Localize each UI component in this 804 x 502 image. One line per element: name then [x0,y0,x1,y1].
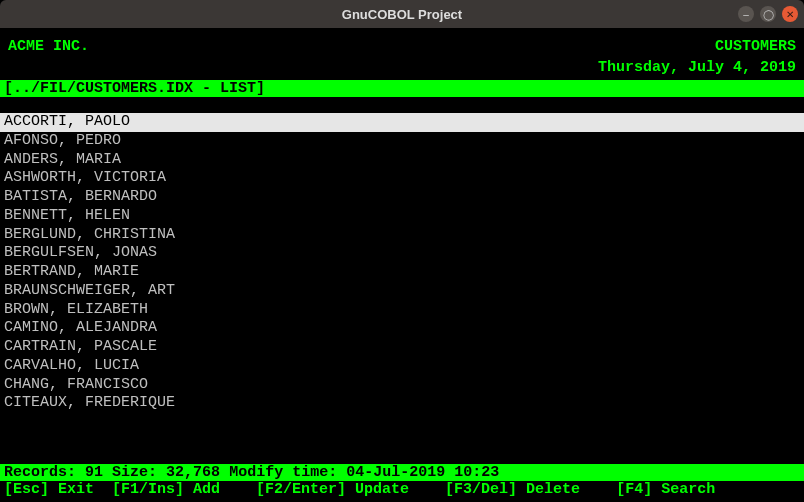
list-item[interactable]: CHANG, FRANCISCO [0,376,804,395]
fkey-delete[interactable]: [F3/Del] Delete [445,481,616,498]
minimize-button[interactable]: – [738,6,754,22]
fkey-search[interactable]: [F4] Search [616,481,724,498]
fkey-update[interactable]: [F2/Enter] Update [256,481,445,498]
maximize-button[interactable]: ◯ [760,6,776,22]
current-date: Thursday, July 4, 2019 [598,59,796,76]
screen-name: CUSTOMERS [715,38,796,55]
close-button[interactable]: ✕ [782,6,798,22]
list-item[interactable]: ASHWORTH, VICTORIA [0,169,804,188]
header-row: ACME INC. CUSTOMERS [0,28,804,59]
company-name: ACME INC. [8,38,89,55]
list-item[interactable]: BERGULFSEN, JONAS [0,244,804,263]
list-item[interactable]: BERTRAND, MARIE [0,263,804,282]
list-item[interactable]: ACCORTI, PAOLO [0,113,804,132]
records-count: 91 [85,464,103,481]
window-title: GnuCOBOL Project [342,7,462,22]
fkey-add[interactable]: [F1/Ins] Add [112,481,256,498]
path-bar: [../FIL/CUSTOMERS.IDX - LIST] [0,80,804,97]
list-item[interactable]: CITEAUX, FREDERIQUE [0,394,804,413]
modify-label: Modify time: [229,464,337,481]
list-item[interactable]: BROWN, ELIZABETH [0,301,804,320]
window-titlebar: GnuCOBOL Project – ◯ ✕ [0,0,804,28]
list-item[interactable]: AFONSO, PEDRO [0,132,804,151]
terminal-screen: ACME INC. CUSTOMERS Thursday, July 4, 20… [0,28,804,502]
modify-value: 04-Jul-2019 10:23 [346,464,499,481]
list-item[interactable]: CARTRAIN, PASCALE [0,338,804,357]
status-bar: Records: 91 Size: 32,768 Modify time: 04… [0,464,804,481]
fkey-exit[interactable]: [Esc] Exit [4,481,112,498]
list-item[interactable]: CAMINO, ALEJANDRA [0,319,804,338]
list-item[interactable]: CARVALHO, LUCIA [0,357,804,376]
size-value: 32,768 [166,464,220,481]
list-item[interactable]: BENNETT, HELEN [0,207,804,226]
function-key-bar: [Esc] Exit [F1/Ins] Add [F2/Enter] Updat… [0,481,804,502]
date-row: Thursday, July 4, 2019 [0,59,804,80]
size-label: Size: [112,464,157,481]
window-controls: – ◯ ✕ [738,6,798,22]
list-item[interactable]: BATISTA, BERNARDO [0,188,804,207]
records-label: Records: [4,464,76,481]
list-item[interactable]: BERGLUND, CHRISTINA [0,226,804,245]
list-item[interactable]: ANDERS, MARIA [0,151,804,170]
record-list[interactable]: ACCORTI, PAOLOAFONSO, PEDROANDERS, MARIA… [0,97,804,464]
list-item[interactable]: BRAUNSCHWEIGER, ART [0,282,804,301]
